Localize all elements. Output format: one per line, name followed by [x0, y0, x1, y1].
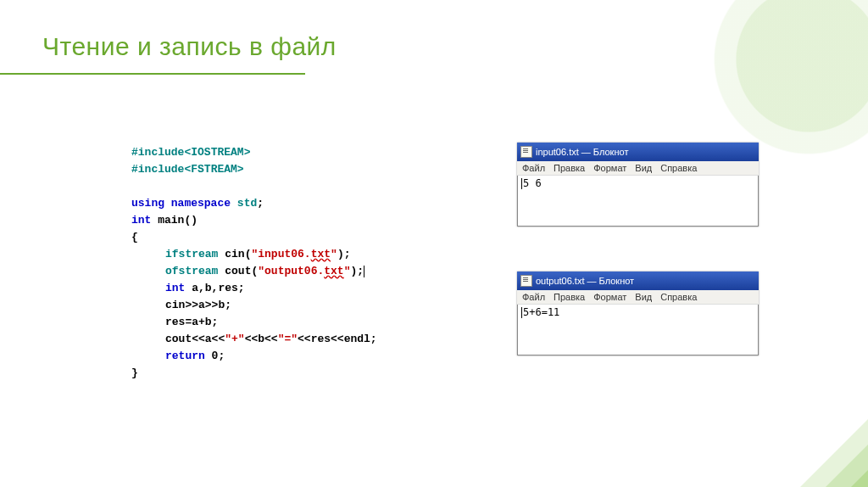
menu-help[interactable]: Справка	[660, 163, 697, 173]
notepad-content: 5+6=11	[523, 306, 559, 318]
notepad-title: input06.txt — Блокнот	[536, 147, 628, 157]
code-line: #include<FSTREAM>	[131, 161, 377, 178]
code-line: {	[131, 229, 377, 246]
notepad-body[interactable]: 5+6=11	[517, 305, 759, 355]
decoration-bottom-right	[715, 368, 868, 487]
notepad-content: 5 6	[523, 177, 542, 189]
notepad-output-window: output06.txt — Блокнот Файл Правка Форма…	[517, 271, 759, 355]
notepad-titlebar[interactable]: input06.txt — Блокнот	[517, 143, 759, 161]
code-line: #include<IOSTREAM>	[131, 144, 377, 161]
notepad-menu: Файл Правка Формат Вид Справка	[517, 161, 759, 176]
menu-view[interactable]: Вид	[635, 163, 652, 173]
notepad-titlebar[interactable]: output06.txt — Блокнот	[517, 271, 759, 290]
code-line: int main()	[131, 212, 377, 229]
menu-file[interactable]: Файл	[522, 163, 545, 173]
slide-title: Чтение и запись в файл	[42, 32, 337, 61]
menu-format[interactable]: Формат	[593, 163, 626, 173]
code-line: cin>>a>>b;	[131, 297, 377, 314]
notepad-icon	[520, 146, 532, 158]
notepad-input-window: input06.txt — Блокнот Файл Правка Формат…	[517, 143, 759, 227]
code-line: res=a+b;	[131, 314, 377, 331]
code-line: int a,b,res;	[131, 280, 377, 297]
slide-title-area: Чтение и запись в файл	[0, 32, 337, 61]
title-underline	[0, 73, 305, 75]
menu-view[interactable]: Вид	[635, 292, 652, 302]
notepad-menu: Файл Правка Формат Вид Справка	[517, 290, 759, 305]
code-line: ifstream cin("input06.txt");	[131, 246, 377, 263]
menu-help[interactable]: Справка	[660, 292, 697, 302]
notepad-icon	[520, 275, 532, 287]
code-line: cout<<a<<"+"<<b<<"="<<res<<endl;	[131, 331, 377, 348]
code-line: return 0;	[131, 348, 377, 365]
menu-file[interactable]: Файл	[522, 292, 545, 302]
menu-edit[interactable]: Правка	[554, 292, 585, 302]
code-block: #include<IOSTREAM> #include<FSTREAM> usi…	[131, 144, 377, 382]
notepad-title: output06.txt — Блокнот	[536, 276, 634, 286]
code-line: ofstream cout("output06.txt");	[131, 263, 377, 280]
menu-format[interactable]: Формат	[593, 292, 626, 302]
notepad-body[interactable]: 5 6	[517, 176, 759, 227]
code-line: using namespace std;	[131, 195, 377, 212]
menu-edit[interactable]: Правка	[554, 163, 585, 173]
code-line: }	[131, 365, 377, 382]
